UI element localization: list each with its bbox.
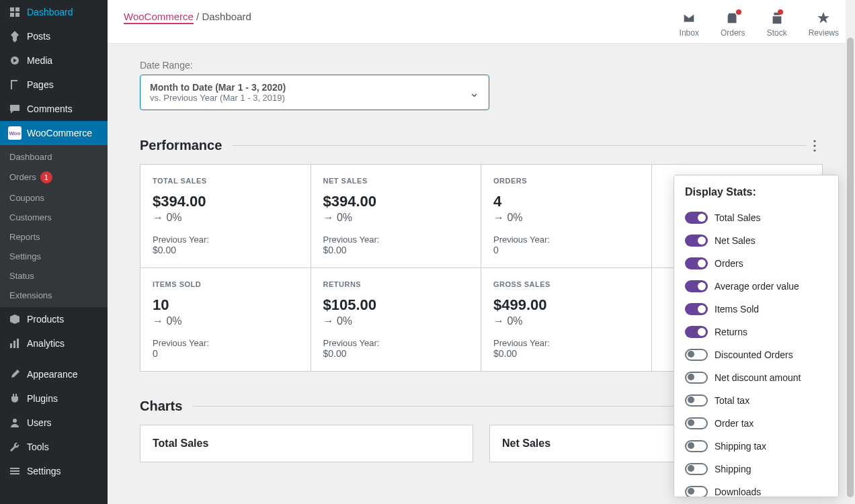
wrench-icon [8,440,22,454]
toggle-switch[interactable] [685,417,708,429]
sidebar-sub-status[interactable]: Status [0,266,108,286]
sidebar-item-analytics[interactable]: Analytics [0,331,108,355]
toggle-switch[interactable] [685,280,708,292]
sidebar-item-plugins[interactable]: Plugins [0,386,108,411]
toggle-switch[interactable] [685,212,708,224]
sidebar-label: Comments [27,103,73,114]
performance-title: Performance ⋮ [140,137,823,153]
toggle-switch[interactable] [685,394,708,407]
svg-rect-8 [10,470,19,472]
toggle-switch[interactable] [685,463,708,475]
sidebar-sub-customers[interactable]: Customers [0,208,108,227]
sidebar-label: Plugins [27,393,58,404]
pin-icon [8,30,22,43]
toggle-switch[interactable] [685,349,708,361]
toggle-label: Shipping [715,464,751,474]
sidebar-sub-dashboard[interactable]: Dashboard [0,145,108,167]
toggle-label: Items Sold [715,304,759,314]
breadcrumb: WooCommerce / Dashboard [124,11,680,22]
sidebar-label: Posts [27,31,50,42]
display-stats-popover: Display Stats: Total SalesNet SalesOrder… [674,175,839,497]
chevron-down-icon: ⌄ [469,85,479,100]
sidebar-sub-extensions[interactable]: Extensions [0,286,108,307]
date-range-label: Date Range: [140,60,823,71]
sidebar-sub-settings[interactable]: Settings [0,247,108,266]
sidebar-label: Dashboard [27,7,73,17]
top-icon-orders[interactable]: Orders [721,11,745,38]
date-range-secondary: vs. Previous Year (Mar 1 - 3, 2019) [150,93,469,103]
sidebar-sub-coupons[interactable]: Coupons [0,188,108,208]
sidebar-label: Products [27,314,64,325]
top-icons: Inbox Orders Stock Reviews [680,11,839,38]
display-stat-toggle[interactable]: Discounted Orders [685,343,827,366]
user-icon [8,416,22,429]
breadcrumb-root[interactable]: WooCommerce [124,11,194,24]
scrollbar[interactable] [846,0,855,504]
toggle-switch[interactable] [685,372,708,384]
svg-point-6 [13,419,17,423]
star-icon [816,11,831,26]
svg-rect-2 [12,81,19,91]
toggle-switch[interactable] [685,486,708,497]
sidebar-sub-orders[interactable]: Orders1 [0,167,108,188]
display-stat-toggle[interactable]: Shipping tax [685,435,827,458]
notification-dot [736,9,741,15]
sidebar-label: Analytics [27,338,65,349]
display-stat-toggle[interactable]: Shipping [685,458,827,480]
toggle-switch[interactable] [685,303,708,315]
sidebar-item-dashboard[interactable]: Dashboard [0,0,108,24]
perf-card-net-sales[interactable]: NET SALES $394.00 → 0% Previous Year: $0… [311,165,482,268]
sidebar-item-products[interactable]: Products [0,307,108,331]
box-icon [8,312,22,326]
main-content: WooCommerce / Dashboard Inbox Orders Sto… [108,0,855,504]
top-icon-inbox[interactable]: Inbox [680,11,699,38]
toggle-switch[interactable] [685,235,708,247]
display-stat-toggle[interactable]: Net discount amount [685,366,827,389]
display-stat-toggle[interactable]: Order tax [685,412,827,435]
toggle-switch[interactable] [685,440,708,452]
svg-rect-5 [17,339,19,348]
display-stat-toggle[interactable]: Net Sales [685,229,827,252]
display-stat-toggle[interactable]: Orders [685,252,827,275]
toggle-label: Total Sales [715,212,760,223]
sidebar-item-media[interactable]: Media [0,48,108,73]
sidebar-item-tools[interactable]: Tools [0,435,108,459]
sidebar-item-settings[interactable]: Settings [0,459,108,483]
perf-card-items-sold[interactable]: ITEMS SOLD 10 → 0% Previous Year: 0 [140,268,311,371]
display-stat-toggle[interactable]: Total Sales [685,206,827,229]
sidebar-item-users[interactable]: Users [0,411,108,435]
sidebar-sub-reports[interactable]: Reports [0,227,108,247]
toggle-label: Downloads [715,487,761,497]
perf-card-orders[interactable]: ORDERS 4 → 0% Previous Year: 0 [481,165,652,268]
dashboard-icon [8,5,22,19]
top-icon-stock[interactable]: Stock [767,11,787,38]
display-stat-toggle[interactable]: Returns [685,321,827,343]
performance-menu-button[interactable]: ⋮ [807,137,823,153]
sliders-icon [8,464,22,478]
toggle-label: Net Sales [715,235,756,246]
sidebar-label: Settings [27,466,61,476]
perf-card-returns[interactable]: RETURNS $105.00 → 0% Previous Year: $0.0… [311,268,482,371]
perf-card-total-sales[interactable]: TOTAL SALES $394.00 → 0% Previous Year: … [140,165,311,268]
chart-card-total-sales[interactable]: Total Sales [140,425,473,462]
svg-rect-7 [10,468,19,469]
toggle-label: Orders [715,258,743,269]
sidebar-item-pages[interactable]: Pages [0,73,108,97]
perf-card-gross-sales[interactable]: GROSS SALES $499.00 → 0% Previous Year: … [481,268,652,371]
sidebar-item-posts[interactable]: Posts [0,24,108,48]
popover-title: Display Stats: [685,186,827,198]
sidebar-item-appearance[interactable]: Appearance [0,362,108,386]
toggle-label: Total tax [715,395,749,406]
display-stat-toggle[interactable]: Items Sold [685,298,827,321]
display-stat-toggle[interactable]: Total tax [685,389,827,412]
date-range-select[interactable]: Month to Date (Mar 1 - 3, 2020) vs. Prev… [140,75,489,110]
toggle-switch[interactable] [685,326,708,338]
display-stat-toggle[interactable]: Average order value [685,275,827,298]
top-icon-reviews[interactable]: Reviews [809,11,839,38]
scrollbar-thumb[interactable] [847,38,854,497]
sidebar-item-comments[interactable]: Comments [0,97,108,121]
toggle-switch[interactable] [685,257,708,269]
orders-badge: 1 [40,171,52,183]
sidebar-item-woocommerce[interactable]: Woo WooCommerce [0,121,108,145]
display-stat-toggle[interactable]: Downloads [685,480,827,497]
